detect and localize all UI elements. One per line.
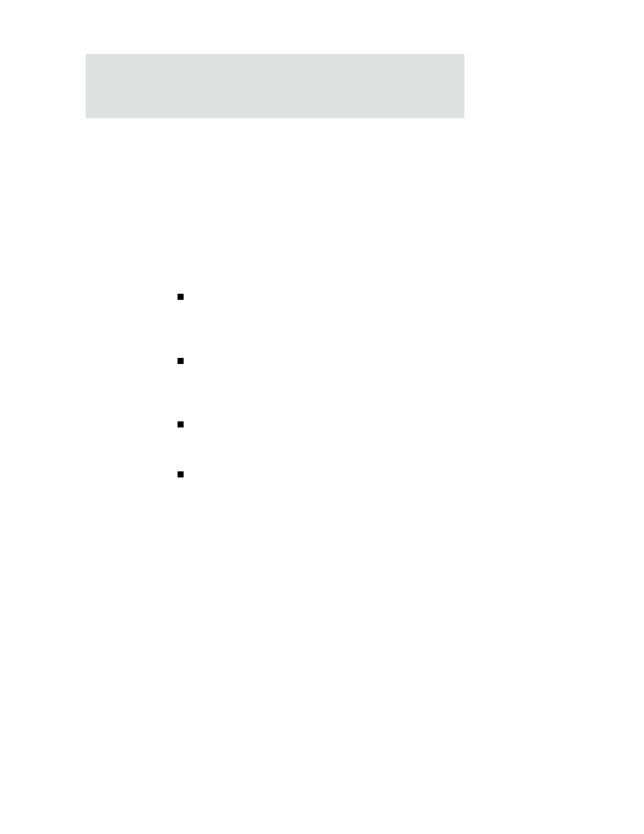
bullet-icon	[178, 294, 184, 300]
document-page	[0, 0, 644, 834]
bullet-icon	[178, 358, 184, 364]
highlight-box	[86, 54, 464, 118]
bullet-icon	[178, 421, 184, 427]
bullet-icon	[178, 471, 184, 477]
